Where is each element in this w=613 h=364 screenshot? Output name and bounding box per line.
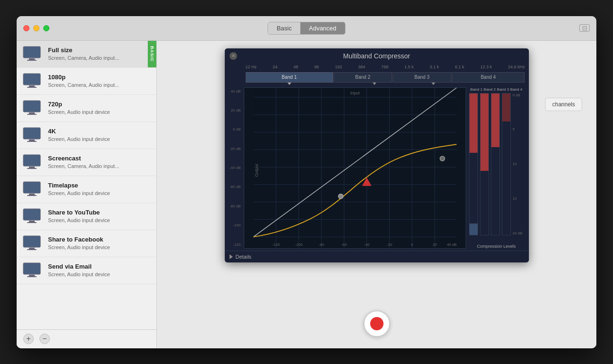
sidebar-list: Full size Screen, Camera, Audio input...… [17,41,156,329]
svg-rect-22 [29,248,35,249]
svg-text:-40: -40 [364,243,370,247]
svg-text:-120: -120 [272,243,280,247]
item-subtitle: Screen, Camera, Audio input... [48,82,151,88]
details-toggle[interactable] [230,254,233,259]
item-title: 720p [48,101,151,109]
item-text: Send via Email Screen, Audio input devic… [48,263,151,278]
tab-group: Basic Advanced [268,22,345,35]
item-subtitle: Screen, Audio input device [48,136,151,142]
svg-text:-20: -20 [386,243,392,247]
tab-advanced[interactable]: Advanced [300,22,345,34]
svg-rect-17 [27,195,37,196]
channels-button[interactable]: channels [545,98,582,111]
sidebar-item-email[interactable]: Send via Email Screen, Audio input devic… [17,257,156,284]
channels-label: hannels [555,101,575,108]
title-bar: Basic Advanced [17,16,596,41]
svg-rect-0 [23,47,40,58]
band4-button[interactable]: Band 4 [452,72,525,83]
item-title: Send via Email [48,263,151,271]
sidebar: Full size Screen, Camera, Audio input...… [17,41,157,348]
sidebar-item-1080p[interactable]: 1080p Screen, Camera, Audio input... [17,68,156,95]
compression-levels: Band 1 Band 2 Band 3 Band 4 [468,87,525,249]
remove-preset-button[interactable]: − [39,334,50,344]
main-content: Full size Screen, Camera, Audio input...… [17,41,596,348]
item-title: Share to YouTube [48,209,151,217]
fullscreen-button[interactable] [579,24,590,32]
svg-rect-19 [29,221,35,222]
record-dot [370,317,383,330]
svg-rect-15 [23,182,40,193]
monitor-icon [22,46,43,63]
svg-rect-9 [23,128,40,139]
svg-rect-26 [27,276,37,277]
item-title: Timelapse [48,182,151,190]
svg-text:-100: -100 [295,243,302,247]
svg-rect-24 [23,263,40,274]
sidebar-item-youtube[interactable]: Share to YouTube Screen, Audio input dev… [17,203,156,230]
svg-rect-25 [29,275,35,276]
compressor-panel: ✕ Multiband Compressor 12 Hz 24 48 96 19… [225,48,529,262]
svg-rect-6 [23,101,40,112]
svg-text:Output: Output [254,164,259,177]
add-preset-button[interactable]: + [23,334,34,344]
svg-rect-11 [27,141,37,142]
minimize-button[interactable] [33,25,39,31]
svg-rect-18 [23,209,40,220]
item-title: Full size [48,47,145,55]
svg-text:Input: Input [350,90,360,95]
sidebar-item-4k[interactable]: 4K Screen, Audio input device [17,122,156,149]
comp-header: ✕ Multiband Compressor [225,48,529,64]
details-label: Details [236,254,252,260]
traffic-lights [23,25,49,31]
tab-basic[interactable]: Basic [268,22,300,34]
basic-label: BASIC [148,41,156,67]
band1-bar [469,93,478,235]
band1-button[interactable]: Band 1 [246,72,333,83]
svg-text:-80: -80 [318,243,324,247]
svg-rect-3 [23,74,40,85]
item-text: Full size Screen, Camera, Audio input... [48,47,145,61]
item-text: Screencast Screen, Camera, Audio input..… [48,155,151,169]
svg-rect-20 [27,222,37,223]
monitor-icon [22,100,43,117]
svg-marker-57 [362,177,371,186]
svg-rect-2 [27,60,37,61]
monitor-icon [22,127,43,144]
band4-bar [502,93,511,235]
svg-text:-60: -60 [341,243,347,247]
close-button[interactable] [23,25,29,31]
monitor-icon [22,73,43,90]
svg-rect-8 [27,114,37,115]
item-subtitle: Screen, Audio input device [48,190,151,196]
item-text: Timelapse Screen, Audio input device [48,182,151,196]
sidebar-item-720p[interactable]: 720p Screen, Audio input device [17,95,156,122]
item-text: 720p Screen, Audio input device [48,101,151,115]
sidebar-item-screencast[interactable]: Screencast Screen, Camera, Audio input..… [17,149,156,176]
svg-rect-16 [29,194,35,195]
monitor-icon [22,154,43,171]
band2-button[interactable]: Band 2 [334,72,392,83]
svg-text:40 dB: 40 dB [447,243,457,247]
maximize-button[interactable] [43,25,49,31]
sidebar-item-timelapse[interactable]: Timelapse Screen, Audio input device [17,176,156,203]
comp-title: Multiband Compressor [343,52,410,60]
right-panel: ✕ Multiband Compressor 12 Hz 24 48 96 19… [157,41,596,348]
record-button[interactable] [364,310,390,337]
sidebar-item-facebook[interactable]: Share to Facebook Screen, Audio input de… [17,230,156,257]
monitor-icon [22,262,43,279]
svg-rect-23 [27,249,37,250]
sidebar-item-full-size[interactable]: Full size Screen, Camera, Audio input...… [17,41,156,68]
band3-button[interactable]: Band 3 [393,72,451,83]
monitor-icon [22,208,43,225]
item-text: Share to YouTube Screen, Audio input dev… [48,209,151,224]
svg-rect-12 [23,155,40,166]
compression-levels-label: Compression Levels [477,244,516,249]
svg-line-55 [253,88,456,237]
item-subtitle: Screen, Camera, Audio input... [48,163,151,169]
item-title: 4K [48,128,151,136]
item-subtitle: Screen, Audio input device [48,271,151,278]
sidebar-footer: + − [17,329,156,348]
y-axis-labels: 40 dB 20 dB 0 dB -20 dB -40 dB -60 dB -8… [227,87,242,249]
comp-close-button[interactable]: ✕ [230,52,237,60]
band3-bar [491,93,500,235]
